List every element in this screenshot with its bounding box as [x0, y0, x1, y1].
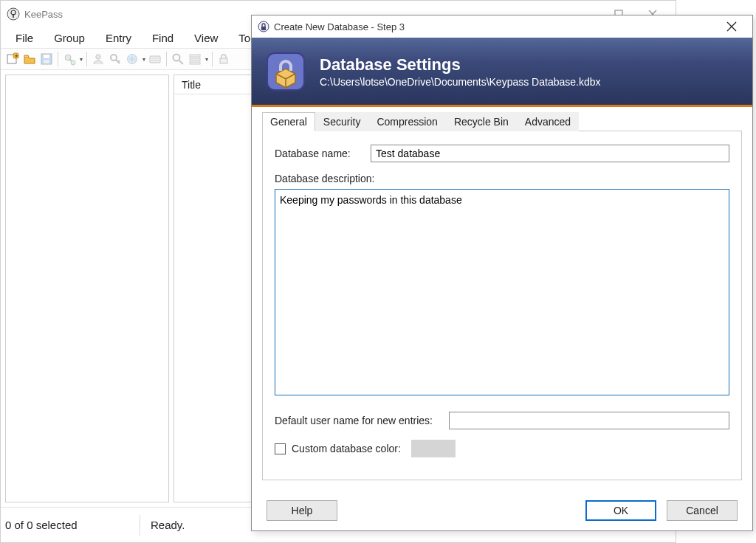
- status-selection: 0 of 0 selected: [1, 519, 140, 531]
- ok-button[interactable]: OK: [585, 500, 656, 521]
- dialog-titlebar[interactable]: Create New Database - Step 3: [252, 15, 752, 38]
- svg-line-22: [179, 60, 183, 64]
- add-entry-icon[interactable]: [62, 52, 77, 66]
- tab-security[interactable]: Security: [315, 112, 369, 131]
- svg-point-15: [96, 55, 100, 59]
- database-description-label: Database description:: [275, 173, 729, 184]
- status-ready: Ready.: [140, 519, 185, 531]
- help-button[interactable]: Help: [267, 500, 337, 521]
- dropdown-arrow-icon[interactable]: ▾: [142, 56, 145, 63]
- dialog-close-button[interactable]: [717, 16, 746, 37]
- settings-tabs: General Security Compression Recycle Bin…: [262, 111, 742, 131]
- custom-color-label: Custom database color:: [292, 443, 401, 454]
- dialog-header: Database Settings C:\Users\lotse\OneDriv…: [252, 38, 752, 107]
- svg-point-16: [111, 55, 117, 60]
- svg-rect-28: [261, 27, 266, 30]
- default-username-label: Default user name for new entries:: [275, 415, 449, 426]
- tab-recycle-bin[interactable]: Recycle Bin: [446, 112, 517, 131]
- tab-general[interactable]: General: [262, 112, 315, 131]
- save-database-icon[interactable]: [39, 52, 54, 66]
- open-url-icon[interactable]: [125, 52, 140, 66]
- toolbar-separator: [58, 52, 58, 66]
- menu-file[interactable]: File: [5, 29, 44, 47]
- group-tree-panel[interactable]: [5, 75, 169, 502]
- default-username-input[interactable]: [449, 412, 729, 429]
- database-name-label: Database name:: [275, 148, 371, 159]
- svg-rect-23: [190, 55, 200, 57]
- keepass-app-icon: [7, 7, 20, 21]
- lock-icon: [258, 21, 269, 32]
- toolbar-separator: [86, 52, 87, 66]
- svg-rect-2: [13, 14, 14, 18]
- lock-workspace-icon[interactable]: [216, 52, 231, 66]
- svg-rect-24: [190, 58, 200, 60]
- svg-rect-25: [190, 62, 200, 64]
- menu-view[interactable]: View: [184, 29, 228, 47]
- autotype-icon[interactable]: [148, 52, 162, 66]
- new-database-icon[interactable]: ★: [5, 52, 20, 66]
- create-database-dialog: Create New Database - Step 3 Database Se…: [251, 15, 753, 531]
- custom-color-swatch[interactable]: [411, 440, 456, 457]
- tab-compression[interactable]: Compression: [368, 112, 445, 131]
- dialog-heading: Database Settings: [320, 55, 601, 75]
- dialog-title-text: Create New Database - Step 3: [274, 21, 405, 32]
- custom-color-checkbox[interactable]: [275, 443, 286, 454]
- dialog-subheading-path: C:\Users\lotse\OneDrive\Documents\Keypas…: [320, 76, 601, 88]
- svg-rect-12: [44, 60, 49, 63]
- database-description-textarea[interactable]: [275, 189, 729, 395]
- menu-group[interactable]: Group: [44, 29, 95, 47]
- main-title-text: KeePass: [24, 9, 63, 20]
- dropdown-arrow-icon[interactable]: ▾: [205, 56, 208, 63]
- show-entries-icon[interactable]: [188, 52, 202, 66]
- dialog-body: General Security Compression Recycle Bin…: [252, 107, 752, 491]
- tab-advanced[interactable]: Advanced: [517, 112, 579, 131]
- dropdown-arrow-icon[interactable]: ▾: [80, 56, 83, 63]
- menu-entry[interactable]: Entry: [95, 29, 142, 47]
- toolbar-separator: [166, 52, 167, 66]
- svg-rect-11: [44, 55, 49, 58]
- copy-password-icon[interactable]: [108, 52, 123, 66]
- dialog-footer: Help OK Cancel: [252, 491, 752, 530]
- svg-rect-18: [150, 56, 160, 63]
- database-name-input[interactable]: [371, 145, 729, 162]
- database-box-icon: [262, 48, 309, 95]
- copy-username-icon[interactable]: [91, 52, 106, 66]
- svg-rect-26: [220, 58, 227, 63]
- toolbar-separator: [212, 52, 213, 66]
- svg-point-14: [71, 60, 75, 65]
- svg-point-21: [173, 55, 180, 61]
- open-database-icon[interactable]: [22, 52, 37, 66]
- find-icon[interactable]: [171, 52, 185, 66]
- svg-text:★: ★: [14, 53, 18, 58]
- menu-find[interactable]: Find: [142, 29, 184, 47]
- tab-general-panel: Database name: Database description: Def…: [262, 131, 742, 480]
- cancel-button[interactable]: Cancel: [667, 500, 738, 521]
